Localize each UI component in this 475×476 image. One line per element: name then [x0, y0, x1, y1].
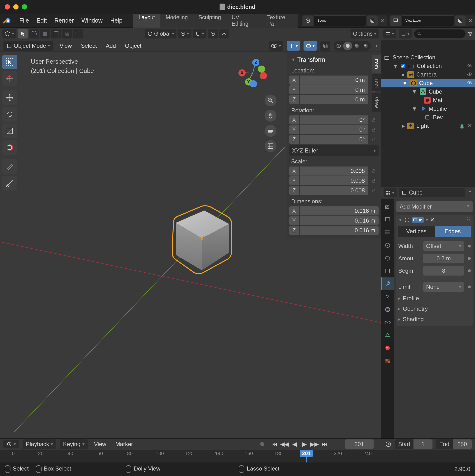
dim-x-field[interactable]: 0.016 m — [300, 206, 379, 215]
select-box-tool[interactable] — [2, 55, 17, 69]
playhead[interactable]: 201 — [300, 450, 313, 457]
keying-menu[interactable]: Keying▾ — [60, 440, 88, 449]
dim-y-field[interactable]: 0.016 m — [300, 216, 379, 225]
modifier-collapse[interactable]: ▼ — [398, 218, 403, 222]
gizmo-neg-z[interactable] — [250, 80, 257, 87]
section-shading[interactable]: ▸Shading — [398, 314, 471, 324]
outliner-filter-funnel[interactable] — [468, 31, 473, 36]
curve-falloff-icon[interactable] — [219, 29, 229, 38]
gizmo-toggle[interactable]: ▾ — [287, 41, 300, 51]
tab-texture[interactable] — [381, 354, 394, 367]
rotation-mode-selector[interactable]: XYZ Euler▾ — [289, 145, 379, 156]
menu-view[interactable]: View — [57, 41, 75, 51]
current-frame-field[interactable]: 201 — [345, 440, 373, 449]
select-none-icon[interactable] — [51, 29, 61, 38]
select-intersect-icon[interactable] — [62, 29, 72, 38]
cube-object[interactable] — [162, 199, 238, 280]
tab-particles[interactable] — [381, 290, 394, 303]
proportional-toggle[interactable] — [208, 29, 218, 38]
menu-file[interactable]: File — [16, 15, 33, 26]
timeline-track[interactable]: 0 20 40 60 80 100 120 140 160 180 200 22… — [0, 450, 475, 462]
snap-toggle[interactable]: ▾ — [193, 29, 206, 38]
pan-icon[interactable] — [265, 110, 276, 122]
lock-icon[interactable] — [369, 116, 379, 124]
eye-icon[interactable]: 👁 — [467, 71, 473, 78]
amount-field[interactable]: 0.2 m — [423, 254, 464, 263]
wireframe-shading[interactable] — [334, 42, 343, 50]
modifier-realtime-icon[interactable] — [413, 218, 417, 222]
timeline-editor-type[interactable]: ▾ — [3, 440, 19, 448]
menu-render[interactable]: Render — [51, 15, 78, 26]
outliner-display-mode[interactable]: ▾ — [383, 29, 396, 38]
gizmo-z-axis[interactable]: Z — [252, 59, 259, 66]
modifier-delete-icon[interactable]: ✕ — [430, 217, 435, 223]
transform-tool[interactable] — [2, 140, 17, 155]
rot-z-field[interactable]: 0° — [300, 135, 368, 144]
3d-viewport[interactable]: User Perspective (201) Collection | Cube… — [0, 52, 381, 439]
scale-y-field[interactable]: 0.008 — [300, 176, 368, 185]
tab-view-layer[interactable] — [381, 226, 394, 239]
pivot-selector[interactable]: ▾ — [178, 29, 191, 38]
select-all-icon[interactable] — [29, 29, 39, 38]
jump-next-keyframe-icon[interactable]: ▶▶ — [310, 440, 319, 449]
start-frame-field[interactable]: 1 — [413, 440, 432, 449]
orientation-selector[interactable]: Global▾ — [145, 29, 176, 38]
loc-z-field[interactable]: 0 m — [300, 95, 368, 104]
scale-z-field[interactable]: 0.008 — [300, 186, 368, 195]
view-layer-field[interactable] — [402, 16, 454, 26]
select-subtract-icon[interactable] — [73, 29, 83, 38]
eye-icon[interactable]: 👁 — [467, 122, 473, 129]
scene-name-field[interactable] — [314, 16, 366, 26]
end-frame-field[interactable]: 250 — [453, 440, 472, 449]
xray-toggle[interactable] — [320, 41, 330, 51]
tab-view[interactable]: View — [372, 93, 381, 112]
drag-handle-icon[interactable]: ⠿ — [466, 217, 471, 223]
tree-scene-collection[interactable]: Scene Collection — [384, 53, 473, 62]
dim-z-field[interactable]: 0.016 m — [300, 226, 379, 235]
options-button[interactable]: Options▾ — [351, 29, 379, 38]
menu-add[interactable]: Add — [103, 41, 119, 51]
remove-view-layer-icon[interactable]: ✕ — [466, 16, 475, 26]
cursor-tool-icon[interactable] — [18, 29, 28, 38]
eye-icon[interactable]: 👁 — [467, 80, 473, 86]
width-mode-selector[interactable]: Offset▾ — [423, 241, 464, 251]
light-enabled-icon[interactable]: ◉ — [459, 122, 465, 129]
tab-scene[interactable] — [381, 239, 394, 252]
menu-object[interactable]: Object — [122, 41, 144, 51]
timeline-view-menu[interactable]: View — [91, 440, 109, 449]
eye-icon[interactable]: 👁 — [467, 63, 473, 69]
scene-selector[interactable]: ✕ — [302, 16, 387, 26]
gizmo-neg-y[interactable] — [258, 66, 265, 73]
play-icon[interactable]: ▶ — [300, 440, 309, 449]
rotate-tool[interactable] — [2, 107, 17, 122]
loc-x-field[interactable]: 0 m — [300, 76, 368, 85]
scene-browse-icon[interactable] — [303, 16, 313, 26]
tab-tool[interactable]: Tool — [372, 74, 381, 91]
tree-expand-icon[interactable]: ▼ — [412, 105, 417, 112]
gizmo-neg-x[interactable] — [260, 72, 267, 79]
tree-expand-icon[interactable]: ▸ — [402, 71, 405, 78]
menu-help[interactable]: Help — [106, 15, 126, 26]
tab-modifiers[interactable] — [381, 277, 394, 290]
menu-edit[interactable]: Edit — [33, 15, 51, 26]
view-layer-selector[interactable]: ✕ — [390, 16, 475, 26]
menu-window[interactable]: Window — [78, 15, 106, 26]
tree-camera[interactable]: ▸ Camera 👁 — [384, 70, 473, 79]
camera-view-icon[interactable] — [265, 125, 276, 137]
outliner-filter-icon[interactable]: ▾ — [399, 29, 412, 38]
loc-y-field[interactable]: 0 m — [300, 85, 368, 94]
navigation-gizmo[interactable]: X Y Z — [238, 59, 267, 87]
cursor-tool[interactable] — [2, 71, 17, 86]
tree-collection[interactable]: ▼ Collection 👁 — [384, 62, 473, 70]
tree-expand-icon[interactable]: ▼ — [402, 80, 408, 86]
tab-constraints[interactable] — [381, 316, 394, 329]
mode-selector[interactable]: Object Mode ▾ — [3, 41, 53, 51]
maximize-window-button[interactable] — [22, 4, 27, 10]
view-layer-browse-icon[interactable] — [390, 16, 401, 26]
modifier-options[interactable]: ▾ — [426, 217, 428, 222]
collection-checkbox[interactable] — [401, 64, 406, 68]
properties-editor-type[interactable]: ▾ — [384, 188, 397, 197]
new-view-layer-icon[interactable] — [455, 16, 465, 26]
tree-expand-icon[interactable]: ▸ — [402, 122, 405, 129]
section-profile[interactable]: ▸Profile — [398, 293, 471, 304]
